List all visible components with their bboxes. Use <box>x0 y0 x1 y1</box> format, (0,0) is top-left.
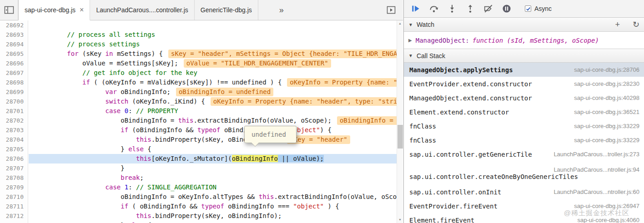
code-line: if ( (oKeyInfo = mValidKeys[sKey]) !== u… <box>29 78 397 87</box>
code-line: // process settings <box>29 40 397 49</box>
toggle-sidebar-button[interactable] <box>387 6 396 14</box>
frame-function-name: sap.ui.controller.createOneByOneGenericT… <box>409 173 578 180</box>
line-number[interactable]: 28710 <box>0 192 28 202</box>
frame-function-name: Element.fireEvent <box>409 217 474 223</box>
line-number[interactable]: 28701 <box>0 106 28 116</box>
inline-debug-value: sKey = "header", mSettings = Object {hea… <box>168 50 397 58</box>
frame-location: sap-ui-core-dbg.js:28706 <box>574 66 639 73</box>
step-out-button[interactable] <box>461 2 479 15</box>
line-number[interactable]: 28711 <box>0 202 28 211</box>
watch-section-header[interactable]: ▼ Watch + ↻ <box>404 18 644 32</box>
line-number[interactable]: 28709 <box>0 183 28 192</box>
frame-location: sap-ui-core-dbg.js:40298 <box>574 94 639 101</box>
inline-debug-value: oBindingInfo = undefined <box>337 116 397 125</box>
resume-button[interactable] <box>407 2 425 15</box>
deactivate-breakpoints-button[interactable] <box>479 2 498 15</box>
line-number[interactable]: 28713 <box>0 221 28 223</box>
line-number[interactable]: 28694 <box>0 40 28 49</box>
file-tab-bar: sap-ui-core-dbg.js×LaunchPadCarous....co… <box>0 0 403 20</box>
line-number[interactable]: 28693 <box>0 30 28 40</box>
code-line: oBindingInfo = oKeyInfo.altTypes && this… <box>29 192 397 202</box>
line-number[interactable]: 28697 <box>0 68 28 78</box>
call-stack-list: ManagedObject.applySettingssap-ui-core-d… <box>404 63 644 223</box>
call-stack-section-header[interactable]: ▼ Call Stack <box>404 49 644 63</box>
file-tab[interactable]: LaunchPadCarous....controller.js <box>90 0 194 20</box>
show-navigator-icon <box>4 5 14 15</box>
collapse-triangle-icon: ▼ <box>408 53 413 58</box>
call-stack-title: Call Stack <box>417 52 445 59</box>
watch-name: ManagedObject: <box>416 37 469 44</box>
source-editor[interactable]: 2869228693286942869528696286972869828699… <box>0 20 403 223</box>
step-into-button[interactable] <box>443 2 461 15</box>
line-number[interactable]: 28696 <box>0 59 28 68</box>
add-watch-icon[interactable]: + <box>615 20 620 29</box>
frame-function-name: fnClass <box>409 137 436 144</box>
current-execution-line: this[oKeyInfo._sMutator](oBindingInfo ||… <box>29 154 397 164</box>
watch-title: Watch <box>417 21 434 28</box>
inline-debug-value: oValue = "TILE_HDR_ENGAGEMENT_CENTER" <box>184 59 331 68</box>
code-lines: // process all settings // process setti… <box>29 20 397 223</box>
call-stack-frame[interactable]: fnClasssap-ui-core-dbg.js:33229 <box>404 119 644 133</box>
line-number[interactable]: 28692 <box>0 20 28 30</box>
code-line: this.bindProperty(sKey, oBindingInfo);sK… <box>29 135 397 144</box>
call-stack-frame[interactable]: sap.ui.controller.onInitLaunchPadCarous.… <box>404 185 644 199</box>
scrollbar-thumb[interactable] <box>397 125 403 149</box>
frame-location: LaunchPadCarous...ntroller.js:94 <box>553 166 639 173</box>
call-stack-frame[interactable]: EventProvider.extend.constructorsap-ui-c… <box>404 77 644 91</box>
close-tab-icon[interactable]: × <box>80 6 84 14</box>
code-line: oBindingInfo = this.extractBindingInfo(o… <box>29 116 397 125</box>
code-line: } else { <box>29 144 397 154</box>
scrollbar-up-icon[interactable]: ▲ <box>397 20 403 27</box>
code-line: } <box>29 164 397 173</box>
step-into-icon <box>447 4 457 14</box>
editor-pane: sap-ui-core-dbg.js×LaunchPadCarous....co… <box>0 0 403 223</box>
call-stack-frame[interactable]: ManagedObject.applySettingssap-ui-core-d… <box>404 63 644 77</box>
call-stack-frame[interactable]: sap.ui.controller.getGenericTileLaunchPa… <box>404 147 644 161</box>
frame-function-name: Element.extend.constructor <box>409 109 509 116</box>
line-number[interactable]: 28699 <box>0 87 28 97</box>
line-number[interactable]: 28708 <box>0 173 28 183</box>
line-number[interactable]: 28698 <box>0 78 28 87</box>
line-number[interactable]: 28712 <box>0 211 28 221</box>
line-number[interactable]: 28702 <box>0 116 28 125</box>
frame-location: sap-ui-core-dbg.js:36521 <box>574 109 639 115</box>
file-tab[interactable]: GenericTile-dbg.js <box>195 0 258 20</box>
step-over-button[interactable] <box>425 2 443 15</box>
scrollbar-down-icon[interactable]: ▼ <box>397 217 403 223</box>
line-number[interactable]: 28705 <box>0 144 28 154</box>
call-stack-frame[interactable]: sap.ui.controller.createOneByOneGenericT… <box>404 161 644 185</box>
frame-function-name: EventProvider.extend.constructor <box>409 80 532 88</box>
frame-location: LaunchPadCarous...troller.js:273 <box>553 151 639 158</box>
line-number[interactable]: 28707 <box>0 164 28 173</box>
inline-debug-value: oKeyInfo = Property {name: "header", typ… <box>287 78 397 87</box>
tab-overflow-chevron[interactable]: » <box>279 5 284 15</box>
refresh-watch-icon[interactable]: ↻ <box>633 20 639 29</box>
pause-on-exceptions-button[interactable] <box>498 2 516 15</box>
inline-debug-value: oKeyInfo = Property {name: "header", typ… <box>211 97 397 106</box>
call-stack-frame[interactable]: ManagedObject.extend.constructorsap-ui-c… <box>404 91 644 105</box>
code-line: for (sKey in mSettings) {sKey = "header"… <box>29 49 397 59</box>
line-number[interactable]: 28706 <box>0 154 28 164</box>
frame-function-name: ManagedObject.applySettings <box>409 66 513 74</box>
show-navigator-button[interactable] <box>0 0 18 20</box>
collapse-triangle-icon: ▼ <box>408 22 413 27</box>
gutter: 2869228693286942869528696286972869828699… <box>0 20 28 223</box>
line-number[interactable]: 28703 <box>0 125 28 135</box>
line-number[interactable]: 28700 <box>0 97 28 106</box>
call-stack-frame[interactable]: fnClasssap-ui-core-dbg.js:33229 <box>404 133 644 147</box>
call-stack-frame[interactable]: Element.extend.constructorsap-ui-core-db… <box>404 105 644 119</box>
code-line <box>29 20 397 30</box>
watch-expression[interactable]: ▶ManagedObject:function (sId, mSettings,… <box>404 32 644 49</box>
frame-location: sap-ui-core-dbg.js:33229 <box>574 123 639 129</box>
file-tab-label: LaunchPadCarous....controller.js <box>96 6 188 14</box>
editor-scrollbar[interactable]: ▲ ▼ <box>397 20 403 223</box>
file-tab[interactable]: sap-ui-core-dbg.js× <box>18 0 90 20</box>
line-number[interactable]: 28695 <box>0 49 28 59</box>
frame-function-name: ManagedObject.extend.constructor <box>409 94 532 102</box>
line-number[interactable]: 28704 <box>0 135 28 144</box>
inline-debug-value: sKey = "header" <box>287 135 350 144</box>
frame-location: sap-ui-core-dbg.js:28230 <box>574 80 639 87</box>
expand-triangle-icon[interactable]: ▶ <box>408 38 412 43</box>
code-line: } else { <box>29 221 397 223</box>
async-checkbox[interactable] <box>525 5 531 12</box>
